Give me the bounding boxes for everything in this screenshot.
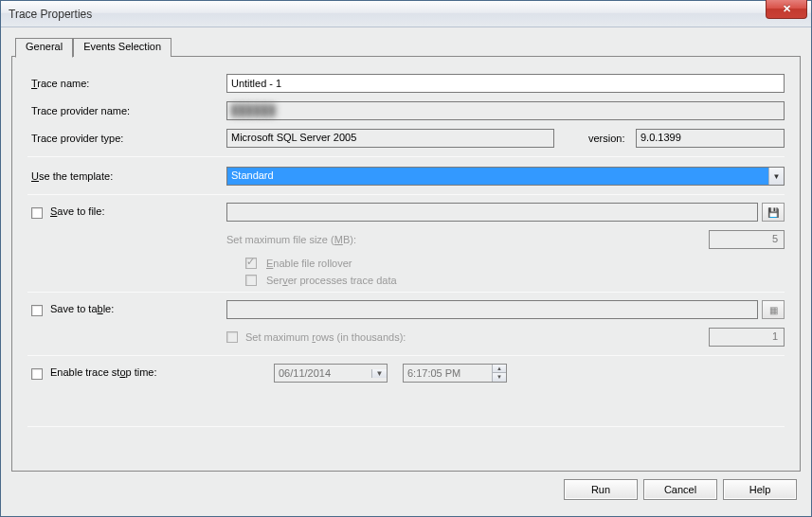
tab-events-selection[interactable]: Events Selection [73,38,171,57]
close-icon: ✕ [783,3,791,15]
tab-page-general: Trace name: Trace provider name: ██████ … [11,56,801,472]
save-table-path [226,300,758,319]
browse-table-button[interactable]: ▦ [762,300,785,319]
run-button[interactable]: Run [564,479,638,500]
cancel-button[interactable]: Cancel [643,479,717,500]
save-icon: 💾 [767,207,779,218]
close-button[interactable]: ✕ [766,0,807,19]
tab-general[interactable]: General [15,38,73,58]
label-max-file-size: Set maximum file size (MB): [226,234,356,245]
save-file-path [226,203,758,222]
help-button[interactable]: Help [723,479,797,500]
trace-name-input[interactable] [226,74,785,93]
browse-file-button[interactable]: 💾 [762,203,785,222]
dialog-buttons: Run Cancel Help [564,479,797,500]
label-enable-rollover: Enable file rollover [266,258,352,269]
template-combo[interactable]: Standard ▼ [226,167,785,186]
separator [27,426,785,427]
inner-panel: General Events Selection Trace name: Tra… [11,38,801,506]
window-title: Trace Properties [9,8,92,21]
chevron-down-icon: ▼ [768,168,784,185]
save-to-file-checkbox[interactable] [31,207,43,219]
label-use-template: Use the template: [27,170,226,182]
enable-rollover-checkbox [245,258,257,269]
client-area: General Events Selection Trace name: Tra… [1,27,811,516]
spin-up-icon: ▲ [493,365,506,373]
max-rows-input: 1 [709,328,785,347]
label-save-table: Save to table: [27,303,226,315]
set-max-rows-checkbox [226,331,238,343]
tab-strip: General Events Selection [15,38,801,57]
save-to-table-checkbox[interactable] [31,305,43,316]
provider-name-field: ██████ [226,101,785,120]
separator [27,156,785,157]
label-server-processes: Server processes trace data [266,275,397,286]
stop-time-picker: 6:17:05 PM ▲ ▼ [403,364,507,383]
server-processes-checkbox [245,275,257,286]
label-trace-name: Trace name: [27,78,226,89]
version-field: 9.0.1399 [636,129,785,148]
label-provider-name: Trace provider name: [27,105,226,116]
trace-properties-window: Trace Properties ✕ General Events Select… [0,0,812,517]
enable-stop-time-checkbox[interactable] [31,368,43,380]
label-version: version: [554,133,636,144]
separator [27,355,785,356]
titlebar[interactable]: Trace Properties ✕ [1,1,811,27]
label-save-file: Save to file: [27,205,226,218]
stop-date-picker: 06/11/2014 ▼ [274,364,388,383]
template-selected: Standard [227,168,768,185]
label-max-rows: Set maximum rows (in thousands): [245,331,406,343]
table-icon: ▦ [769,305,778,315]
label-stop-time: Enable trace stop time: [27,366,226,379]
provider-type-field: Microsoft SQL Server 2005 [226,129,554,148]
separator [27,194,785,195]
spin-down-icon: ▼ [493,373,506,382]
label-provider-type: Trace provider type: [27,133,226,144]
separator [27,292,785,293]
max-file-size-input: 5 [709,230,785,249]
chevron-down-icon: ▼ [371,369,387,378]
